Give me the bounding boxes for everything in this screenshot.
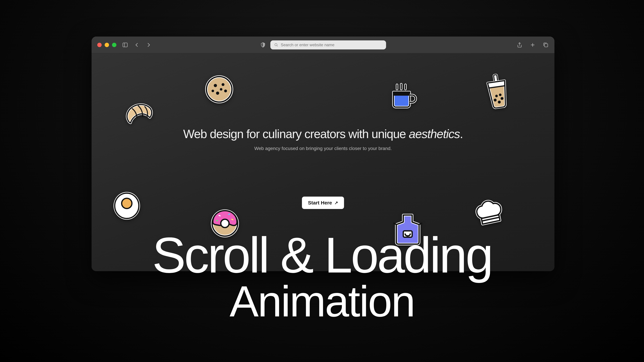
search-icon [274, 43, 278, 47]
hero-section: Web design for culinary creators with un… [92, 127, 554, 151]
overlay-line1: Scroll & Loading [152, 231, 492, 279]
hero-headline-em: aesthetics [409, 127, 460, 141]
new-tab-icon[interactable] [530, 42, 536, 48]
start-here-button[interactable]: Start Here ↗ [302, 197, 344, 209]
hero-headline-suffix: . [460, 127, 463, 141]
address-input[interactable] [281, 42, 382, 47]
svg-point-31 [122, 198, 132, 209]
close-window-button[interactable] [97, 43, 102, 47]
chef-hat-icon [469, 193, 509, 231]
overlay-title: Scroll & Loading Animation [152, 231, 492, 322]
browser-titlebar [92, 36, 554, 53]
svg-point-34 [221, 219, 229, 227]
cookie-icon [203, 73, 235, 105]
svg-point-14 [220, 88, 222, 90]
coffee-mug-icon [387, 82, 417, 112]
svg-point-13 [212, 90, 214, 92]
address-bar-group [260, 40, 386, 49]
arrow-up-right-icon: ↗ [334, 200, 338, 205]
tabs-overview-icon[interactable] [543, 42, 549, 48]
svg-rect-38 [216, 220, 218, 221]
minimize-window-button[interactable] [105, 43, 109, 47]
toolbar-right [516, 42, 549, 48]
sidebar-toggle-icon[interactable] [122, 42, 128, 48]
svg-point-10 [222, 83, 224, 86]
svg-rect-6 [544, 43, 548, 47]
croissant-icon [122, 98, 158, 130]
hero-subheading: Web agency focused on bringing your clie… [92, 146, 554, 151]
boba-tea-icon [480, 71, 515, 110]
traffic-lights [97, 43, 116, 47]
svg-rect-0 [123, 43, 128, 47]
svg-rect-21 [394, 92, 410, 96]
cta-label: Start Here [308, 200, 332, 206]
hero-headline-part1: Web design for culinary creators with un… [183, 127, 409, 141]
maximize-window-button[interactable] [112, 43, 116, 47]
address-bar[interactable] [270, 40, 386, 49]
svg-point-12 [216, 91, 219, 95]
svg-point-9 [214, 84, 217, 87]
overlay-line2: Animation [152, 281, 492, 322]
svg-point-2 [275, 43, 277, 46]
share-icon[interactable] [516, 42, 522, 48]
svg-point-11 [224, 89, 227, 92]
forward-button[interactable] [146, 42, 152, 48]
privacy-shield-icon[interactable] [260, 42, 266, 48]
back-button[interactable] [134, 42, 140, 48]
hero-headline: Web design for culinary creators with un… [92, 127, 554, 141]
fried-egg-icon [112, 191, 142, 221]
svg-line-3 [277, 45, 278, 46]
